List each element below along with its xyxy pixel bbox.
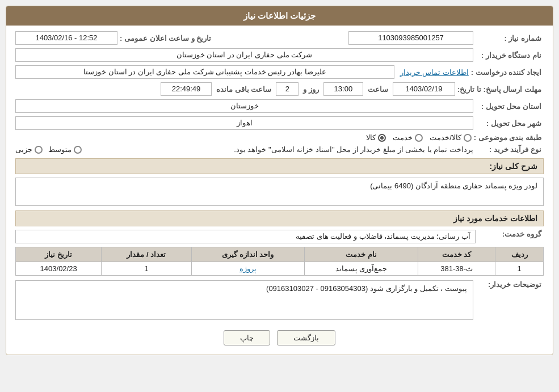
process-label-jozii: جزیی — [15, 145, 32, 154]
province-value: خوزستان — [15, 99, 473, 113]
category-label-kala-khadmat: کالا/خدمت — [430, 133, 461, 142]
process-options: پرداخت تمام یا بخشی از مبلغ خریدار از مح… — [15, 145, 473, 154]
card-body: شماره نیاز : 1103093985001257 تاریخ و سا… — [6, 26, 553, 355]
cell-date: 1403/02/23 — [16, 262, 102, 276]
process-label-mutavasit: متوسط — [48, 145, 72, 154]
col-unit: واحد اندازه گیری — [191, 247, 304, 262]
buyer-notes-row: توضیحات خریدار: پیوست ، تکمیل و بارگزاری… — [15, 280, 544, 320]
process-option-mutavasit[interactable]: متوسط — [48, 145, 82, 154]
print-button[interactable]: چاپ — [224, 330, 270, 345]
services-table-body: 1 ث-38-381 جمع‌آوری پسماند پروژه 1 1403/… — [16, 262, 544, 276]
process-option-jozii[interactable]: جزیی — [15, 145, 43, 154]
col-quantity: تعداد / مقدار — [102, 247, 191, 262]
col-service-code: کد خدمت — [418, 247, 495, 262]
cell-row-num: 1 — [495, 262, 544, 276]
category-option-khadmat[interactable]: خدمت — [393, 133, 423, 142]
deadline-time-label: ساعت — [368, 85, 388, 94]
buyer-org-value: شرکت ملی حفاری ایران در استان خوزستان — [15, 48, 473, 62]
province-row: استان محل تحویل : خوزستان — [15, 99, 544, 113]
category-row: طبقه بندی موضوعی : کالا/خدمت خدمت کالا — [15, 133, 544, 142]
need-description-container: لودر ویژه پسماند حفاری منطقه آزادگان (64… — [15, 178, 544, 206]
deadline-date: 1403/02/19 — [393, 82, 455, 96]
remaining-time: 22:49:49 — [161, 82, 212, 96]
process-note: پرداخت تمام یا بخشی از مبلغ خریدار از مح… — [93, 145, 473, 154]
back-button[interactable]: بازگشت — [277, 330, 335, 345]
process-row: نوع فرآیند خرید : پرداخت تمام یا بخشی از… — [15, 145, 544, 154]
category-options: کالا/خدمت خدمت کالا — [15, 133, 472, 142]
col-service-name: نام خدمت — [304, 247, 418, 262]
process-label: نوع فرآیند خرید : — [476, 145, 544, 154]
deadline-row: مهلت ارسال پاسخ: تا تاریخ: 1403/02/19 سا… — [15, 82, 544, 96]
services-table-header-row: ردیف کد خدمت نام خدمت واحد اندازه گیری ت… — [16, 247, 544, 262]
contact-info-link[interactable]: اطلاعات تماس خریدار — [400, 68, 469, 77]
requester-row: ایجاد کننده درخواست : اطلاعات تماس خریدا… — [15, 65, 544, 79]
need-number-row: شماره نیاز : 1103093985001257 تاریخ و سا… — [15, 31, 544, 45]
category-option-kala[interactable]: کالا — [366, 133, 386, 142]
services-section-header: اطلاعات خدمات مورد نیاز — [15, 210, 544, 226]
services-section-title: اطلاعات خدمات مورد نیاز — [453, 214, 537, 223]
buyer-org-row: نام دستگاه خریدار : شرکت ملی حفاری ایران… — [15, 48, 544, 62]
need-number-value: 1103093985001257 — [348, 31, 473, 45]
services-table: ردیف کد خدمت نام خدمت واحد اندازه گیری ت… — [15, 247, 544, 276]
need-number-label: شماره نیاز : — [476, 34, 544, 43]
requester-value: علیرضا بهادر رئیس خدمات پشتیبانی شرکت مل… — [15, 65, 394, 79]
deadline-time: 13:00 — [323, 82, 363, 96]
page-title: جزئیات اطلاعات نیاز — [243, 11, 316, 20]
city-value: اهواز — [15, 116, 473, 130]
announce-datetime-label: تاریخ و ساعت اعلان عمومی : — [120, 34, 211, 43]
category-label-kala: کالا — [366, 133, 376, 142]
col-row-num: ردیف — [495, 247, 544, 262]
service-group-value: آب رسانی؛ مدیریت پسماند، فاضلاب و فعالیت… — [15, 230, 476, 243]
announce-datetime-value: 1403/02/16 - 12:52 — [15, 31, 117, 45]
buyer-notes-label: توضیحات خریدار: — [476, 280, 544, 289]
cell-service-name: جمع‌آوری پسماند — [304, 262, 418, 276]
deadline-label: مهلت ارسال پاسخ: تا تاریخ: — [457, 85, 544, 94]
card-header: جزئیات اطلاعات نیاز — [6, 6, 553, 26]
remaining-label: ساعت باقی مانده — [216, 85, 271, 94]
radio-kala-khadmat — [464, 134, 472, 142]
days-label: روز و — [303, 85, 319, 94]
service-group-label: گروه خدمت: — [476, 230, 544, 238]
city-row: شهر محل تحویل : اهواز — [15, 116, 544, 130]
col-date: تاریخ نیاز — [16, 247, 102, 262]
radio-kala — [378, 134, 386, 142]
table-row: 1 ث-38-381 جمع‌آوری پسماند پروژه 1 1403/… — [16, 262, 544, 276]
buyer-notes-text: پیوست ، تکمیل و بارگزاری شود (0916305430… — [15, 280, 473, 320]
cell-unit[interactable]: پروژه — [191, 262, 304, 276]
radio-khadmat — [415, 134, 423, 142]
buyer-org-label: نام دستگاه خریدار : — [476, 51, 544, 60]
category-label: طبقه بندی موضوعی : — [474, 133, 544, 142]
services-table-head: ردیف کد خدمت نام خدمت واحد اندازه گیری ت… — [16, 247, 544, 262]
days-value: 2 — [276, 82, 299, 96]
need-description-text: لودر ویژه پسماند حفاری منطقه آزادگان (64… — [15, 178, 544, 206]
radio-jozii — [35, 146, 43, 154]
service-group-row: گروه خدمت: آب رسانی؛ مدیریت پسماند، فاضل… — [15, 230, 544, 243]
main-card: جزئیات اطلاعات نیاز شماره نیاز : 1103093… — [6, 6, 553, 355]
city-label: شهر محل تحویل : — [476, 119, 544, 128]
radio-mutavasit — [74, 146, 82, 154]
cell-quantity: 1 — [102, 262, 191, 276]
category-option-kala-khadmat[interactable]: کالا/خدمت — [430, 133, 472, 142]
requester-label: ایجاد کننده درخواست : — [471, 68, 544, 77]
need-description-header: شرح کلی نیاز: — [15, 158, 544, 174]
need-description-title: شرح کلی نیاز: — [490, 162, 537, 171]
category-label-khadmat: خدمت — [393, 133, 413, 142]
province-label: استان محل تحویل : — [476, 102, 544, 111]
cell-service-code: ث-38-381 — [418, 262, 495, 276]
buttons-row: بازگشت چاپ — [15, 324, 544, 349]
